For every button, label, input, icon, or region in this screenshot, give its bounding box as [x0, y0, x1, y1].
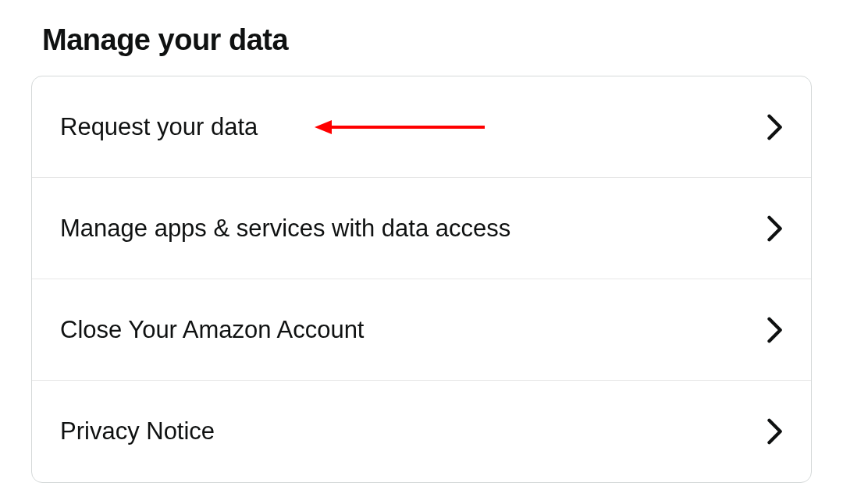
- row-request-your-data[interactable]: Request your data: [32, 76, 811, 178]
- row-label: Manage apps & services with data access: [60, 215, 510, 243]
- row-privacy-notice[interactable]: Privacy Notice: [32, 381, 811, 482]
- row-manage-apps-services[interactable]: Manage apps & services with data access: [32, 178, 811, 279]
- annotation-arrow-icon: [315, 118, 486, 137]
- row-label: Request your data: [60, 113, 258, 141]
- chevron-right-icon: [767, 317, 783, 343]
- chevron-right-icon: [767, 418, 783, 445]
- chevron-right-icon: [767, 215, 783, 242]
- section-title: Manage your data: [42, 23, 812, 57]
- chevron-right-icon: [767, 114, 783, 140]
- settings-card: Request your data Manage apps & services…: [31, 76, 812, 483]
- row-label: Close Your Amazon Account: [60, 316, 364, 344]
- row-close-account[interactable]: Close Your Amazon Account: [32, 279, 811, 381]
- svg-marker-1: [315, 120, 332, 134]
- row-label: Privacy Notice: [60, 417, 215, 445]
